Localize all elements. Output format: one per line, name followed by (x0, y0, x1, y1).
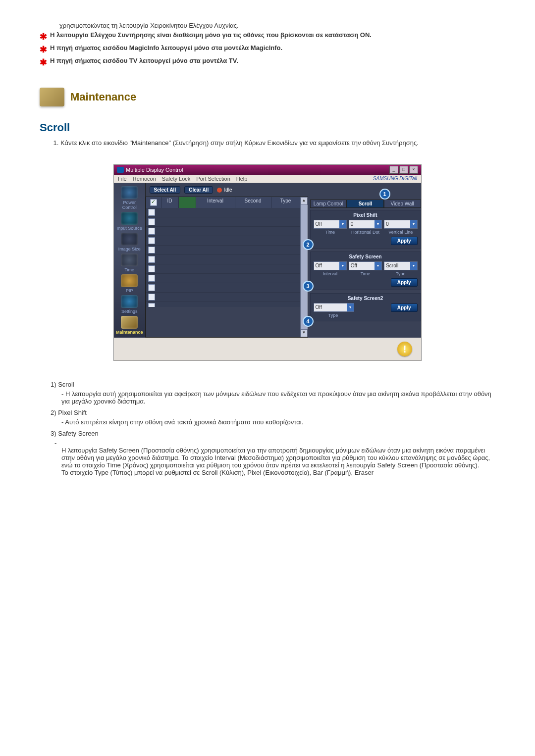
menu-help[interactable]: Help (236, 176, 248, 182)
callout-4: 4 (303, 316, 314, 327)
status-bar: ! (114, 338, 421, 360)
tab-videowall[interactable]: Video Wall (384, 200, 421, 208)
desc-3-title: 3) Safety Screen (51, 430, 495, 437)
table-row[interactable] (146, 217, 300, 227)
desc-3-dash: - (54, 439, 495, 447)
table-row[interactable] (146, 255, 300, 264)
titlebar: Multiple Display Control _ □ × (114, 165, 421, 175)
col-interval: Interval (196, 197, 235, 208)
chevron-down-icon[interactable]: ▾ (410, 262, 417, 270)
sidebar-item-pip[interactable]: PIP (116, 274, 143, 293)
row-checkbox[interactable] (148, 275, 155, 282)
table-row[interactable] (146, 302, 300, 307)
row-checkbox[interactable] (148, 303, 155, 307)
desc-1-title: 1) Scroll (51, 381, 495, 388)
image-icon (121, 233, 138, 246)
menu-portselection[interactable]: Port Selection (196, 176, 230, 182)
close-button[interactable]: × (409, 166, 418, 174)
chevron-down-icon[interactable]: ▾ (374, 262, 381, 270)
clear-all-button[interactable]: Clear All (184, 186, 213, 194)
power-icon (121, 186, 138, 199)
row-checkbox[interactable] (148, 256, 155, 263)
menu-remocon[interactable]: Remocon (133, 176, 156, 182)
maintenance-icon (40, 88, 64, 106)
ss-interval[interactable]: Off▾ (314, 261, 347, 270)
chevron-down-icon[interactable]: ▾ (339, 262, 346, 270)
select-all-button[interactable]: Select All (150, 186, 181, 194)
minimize-button[interactable]: _ (389, 166, 398, 174)
star-icon: ✱ (40, 57, 47, 68)
table-row[interactable] (146, 246, 300, 255)
table-row[interactable] (146, 227, 300, 236)
pixelshift-mode[interactable]: Off▾ (314, 220, 347, 229)
callout-1: 1 (379, 189, 390, 200)
tabs: 1 Lamp Control Scroll Video Wall (310, 200, 421, 208)
table-row[interactable] (146, 208, 300, 217)
idle-dot-icon (217, 188, 222, 193)
tab-lamp[interactable]: Lamp Control (310, 200, 347, 208)
row-checkbox[interactable] (148, 265, 155, 272)
ss2-type[interactable]: Off▾ (314, 303, 354, 312)
row-checkbox[interactable] (148, 218, 155, 225)
chevron-down-icon[interactable]: ▾ (374, 220, 381, 228)
menu-safetylock[interactable]: Safety Lock (162, 176, 190, 182)
pixelshift-hdot[interactable]: 0▾ (349, 220, 382, 229)
col-second: Second (235, 197, 271, 208)
row-checkbox[interactable] (148, 228, 155, 235)
table-row[interactable] (146, 274, 300, 283)
pip-icon (121, 274, 138, 287)
window-title: Multiple Display Control (126, 167, 183, 173)
ss-apply[interactable]: Apply (391, 278, 418, 287)
sidebar-item-input[interactable]: Input Source (116, 212, 143, 231)
ss-type[interactable]: Scroll▾ (384, 261, 417, 270)
sidebar-item-time[interactable]: Time (116, 253, 143, 272)
app-icon (117, 167, 124, 173)
sidebar-item-power[interactable]: Power Control (116, 186, 143, 210)
sidebar-item-settings[interactable]: Settings (116, 295, 143, 314)
chevron-down-icon[interactable]: ▾ (347, 303, 354, 311)
scroll-up-icon[interactable]: ▲ (301, 197, 308, 205)
desc-3-body-a: Η λειτουργία Safety Screen (Προστασία οθ… (61, 447, 495, 469)
brand-label: SAMSUNG DIGITall (373, 176, 417, 182)
chevron-down-icon[interactable]: ▾ (339, 220, 346, 228)
config-panel: 1 Lamp Control Scroll Video Wall Pixel S… (308, 197, 424, 338)
star-icon: ✱ (40, 44, 47, 55)
alert-icon: ! (397, 342, 412, 356)
intro-line: χρησιμοποιώντας τη λειτουργία Χειροκίνητ… (59, 22, 495, 29)
table-row[interactable] (146, 236, 300, 246)
sidebar-item-maintenance[interactable]: Maintenance (116, 316, 143, 335)
desc-1-body: - Η λειτουργία αυτή χρησιμοποιείται για … (61, 390, 495, 405)
table-row[interactable] (146, 264, 300, 274)
chevron-down-icon[interactable]: ▾ (410, 220, 417, 228)
sidebar-item-image[interactable]: Image Size (116, 233, 143, 252)
ss2-apply[interactable]: Apply (391, 303, 418, 312)
idle-status: Idle (217, 187, 232, 193)
row-checkbox[interactable] (148, 237, 155, 244)
section-header: Maintenance (40, 88, 495, 106)
table-row[interactable] (146, 283, 300, 293)
warning-2: ✱ Η πηγή σήματος εισόδου MagicInfo λειτο… (40, 44, 495, 55)
input-icon (121, 212, 138, 225)
col-status-icon (179, 197, 196, 208)
maximize-button[interactable]: □ (399, 166, 408, 174)
warning-3: ✱ Η πηγή σήματος εισόδου TV λειτουργεί μ… (40, 57, 495, 68)
ss-time[interactable]: Off▾ (349, 261, 382, 270)
pixelshift-vline[interactable]: 0▾ (384, 220, 417, 229)
row-checkbox[interactable] (148, 209, 155, 216)
col-id: ID (161, 197, 179, 208)
steps-list: Κάντε κλικ στο εικονίδιο "Maintenance" (… (40, 139, 495, 147)
menu-file[interactable]: File (118, 176, 127, 182)
row-checkbox[interactable] (148, 247, 155, 253)
header-checkbox[interactable] (150, 199, 157, 206)
scroll-down-icon[interactable]: ▼ (301, 329, 308, 337)
warning-1: ✱ Η λειτουργία Ελέγχου Συντήρησης είναι … (40, 31, 495, 42)
table-header: ID Interval Second Type (146, 197, 300, 208)
row-checkbox[interactable] (148, 284, 155, 291)
safety-screen-panel: Safety Screen Off▾ Off▾ Scroll▾ Interval… (310, 252, 421, 290)
row-checkbox[interactable] (148, 294, 155, 301)
desc-2-body: - Αυτό επιτρέπει κίνηση στην οθόνη ανά τ… (61, 418, 495, 426)
table-row[interactable] (146, 293, 300, 302)
pixelshift-apply[interactable]: Apply (391, 237, 418, 245)
tab-scroll[interactable]: Scroll (347, 200, 384, 208)
callout-2: 2 (303, 239, 314, 250)
